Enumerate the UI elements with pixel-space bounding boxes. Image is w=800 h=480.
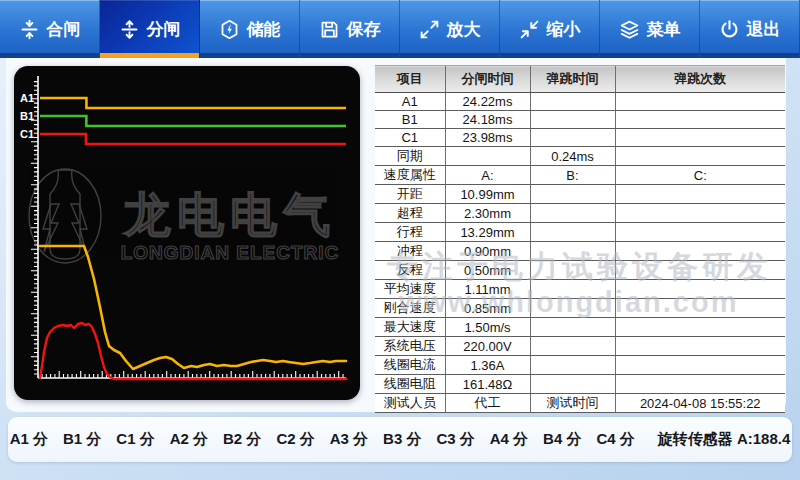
value-cell <box>615 261 785 280</box>
table-row: C123.98ms <box>375 129 785 147</box>
value-cell: 0.90mm <box>445 242 530 261</box>
value-cell <box>530 204 615 223</box>
value-cell <box>615 356 785 375</box>
value-cell: 2024-04-08 15:55:22 <box>615 394 785 413</box>
table-row: 刚合速度0.85mm <box>375 299 785 318</box>
value-cell: C: <box>615 166 785 185</box>
svg-text:LONGDIAN ELECTRIC: LONGDIAN ELECTRIC <box>121 242 340 263</box>
value-cell <box>445 147 530 166</box>
phase-trace-a1 <box>40 98 346 108</box>
tab-open-breaker[interactable]: 分闸 <box>100 0 200 58</box>
value-cell <box>530 299 615 318</box>
table-header-cell: 弹跳次数 <box>615 66 785 93</box>
rotary-sensor-label: 旋转传感器 <box>658 430 733 447</box>
waveform-chart-panel: 龙电电气LONGDIAN ELECTRICA1B1C1 Grid Time 10… <box>14 66 360 400</box>
item-label-cell: 行程 <box>375 223 445 242</box>
status-bar: A1 分B1 分C1 分A2 分B2 分C2 分A3 分B3 分C3 分A4 分… <box>8 417 792 462</box>
tab-zoom-out[interactable]: 缩小 <box>500 0 600 58</box>
tab-close-breaker[interactable]: 合闸 <box>0 0 100 58</box>
status-phase-a1: A1 分 <box>10 430 48 449</box>
tab-label: 分闸 <box>147 18 181 41</box>
tab-zoom-in[interactable]: 放大 <box>400 0 500 58</box>
value-cell <box>615 111 785 129</box>
status-phase-a3: A3 分 <box>330 430 368 449</box>
value-cell: 24.18ms <box>445 111 530 129</box>
toolbar: 合闸分闸储能保存放大缩小菜单退出 <box>0 0 800 58</box>
zoom-out-icon <box>519 19 540 40</box>
value-cell <box>530 375 615 394</box>
phase-label-c1: C1 <box>20 128 34 140</box>
zoom-in-icon <box>419 19 440 40</box>
value-cell <box>615 223 785 242</box>
item-label-cell: B1 <box>375 111 445 129</box>
value-cell <box>530 185 615 204</box>
tab-energy-storage[interactable]: 储能 <box>200 0 300 58</box>
menu-icon <box>619 19 640 40</box>
open-breaker-icon <box>119 19 140 40</box>
value-cell <box>615 337 785 356</box>
svg-text:龙电电气: 龙电电气 <box>122 188 336 241</box>
value-cell <box>615 242 785 261</box>
table-header-cell: 分闸时间 <box>445 66 530 93</box>
item-label-cell: 速度属性 <box>375 166 445 185</box>
table-header-cell: 项目 <box>375 66 445 93</box>
breaker-analyzer-screen: { "toolbar": { "tabs": [ { "label": "合闸"… <box>0 0 800 480</box>
rotary-sensor-value: A:188.4 <box>737 430 790 447</box>
tab-menu[interactable]: 菜单 <box>600 0 700 58</box>
value-cell: 2.30mm <box>445 204 530 223</box>
longdian-logo-watermark: 龙电电气LONGDIAN ELECTRIC <box>29 169 339 263</box>
item-label-cell: 同期 <box>375 147 445 166</box>
value-cell <box>530 242 615 261</box>
value-cell <box>615 299 785 318</box>
table-row: 速度属性A:B:C: <box>375 166 785 185</box>
value-cell: 0.50mm <box>445 261 530 280</box>
value-cell <box>615 147 785 166</box>
item-label-cell: 反程 <box>375 261 445 280</box>
rotary-sensor-status: 旋转传感器 A:188.4 <box>658 430 791 449</box>
status-phase-a4: A4 分 <box>490 430 528 449</box>
phase-label-a1: A1 <box>20 92 34 104</box>
value-cell <box>615 318 785 337</box>
tab-label: 放大 <box>447 18 481 41</box>
save-icon <box>319 19 340 40</box>
table-header-cell: 弹跳时间 <box>530 66 615 93</box>
status-phase-b1: B1 分 <box>63 430 101 449</box>
phase-label-b1: B1 <box>20 110 34 122</box>
value-cell: 0.85mm <box>445 299 530 318</box>
value-cell: 1.11mm <box>445 280 530 299</box>
value-cell <box>530 337 615 356</box>
tab-exit[interactable]: 退出 <box>700 0 800 58</box>
table-row: 线圈电流1.36A <box>375 356 785 375</box>
item-label-cell: A1 <box>375 93 445 111</box>
results-table-header: 项目分闸时间弹跳时间弹跳次数 <box>375 66 785 93</box>
value-cell <box>615 129 785 147</box>
table-row: 同期0.24ms <box>375 147 785 166</box>
status-phase-b2: B2 分 <box>223 430 261 449</box>
results-table: 项目分闸时间弹跳时间弹跳次数 A124.22msB124.18msC123.98… <box>375 65 785 413</box>
value-cell <box>530 223 615 242</box>
value-cell <box>530 93 615 111</box>
waveform-chart: 龙电电气LONGDIAN ELECTRICA1B1C1 <box>14 66 360 400</box>
status-phase-c3: C3 分 <box>436 430 474 449</box>
phase-trace-c1 <box>40 134 346 144</box>
value-cell <box>615 204 785 223</box>
value-cell: B: <box>530 166 615 185</box>
tab-save[interactable]: 保存 <box>300 0 400 58</box>
value-cell: 代工 <box>445 394 530 413</box>
table-row: 最大速度1.50m/s <box>375 318 785 337</box>
status-phase-b4: B4 分 <box>543 430 581 449</box>
table-row: A124.22ms <box>375 93 785 111</box>
value-cell: 0.24ms <box>530 147 615 166</box>
value-cell <box>615 93 785 111</box>
value-cell: 23.98ms <box>445 129 530 147</box>
item-label-cell: 线圈电阻 <box>375 375 445 394</box>
exit-icon <box>719 19 740 40</box>
table-row: 系统电压220.00V <box>375 337 785 356</box>
tab-label: 储能 <box>247 18 281 41</box>
table-row: 行程13.29mm <box>375 223 785 242</box>
status-phase-c2: C2 分 <box>276 430 314 449</box>
item-label-cell: 最大速度 <box>375 318 445 337</box>
tab-label: 退出 <box>747 18 781 41</box>
value-cell <box>615 375 785 394</box>
item-label-cell: 刚合速度 <box>375 299 445 318</box>
